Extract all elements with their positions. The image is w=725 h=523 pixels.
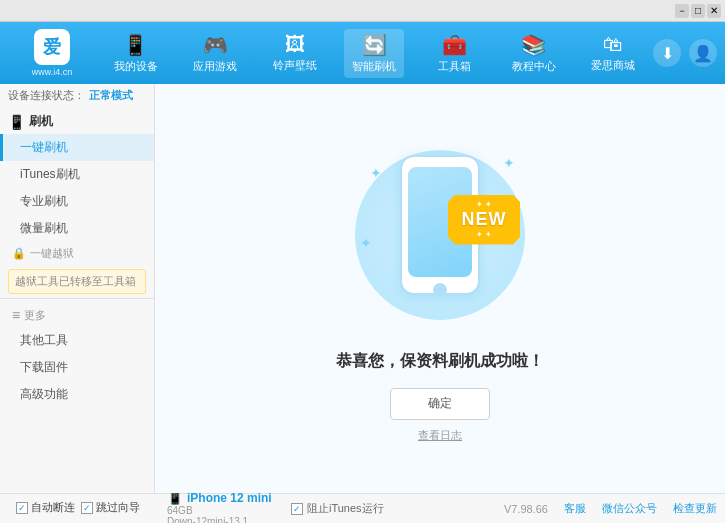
section-jailbreak: 🔒 一键越狱	[0, 242, 154, 265]
section-flash-label: 刷机	[29, 113, 53, 130]
sparkle-1: ✦	[370, 165, 382, 181]
skip-wizard-check[interactable]: ✓	[81, 502, 93, 514]
other-tools-label: 其他工具	[20, 333, 68, 347]
itunes-notice: ✓ 阻止iTunes运行	[291, 501, 496, 516]
nav-toolbox-label: 工具箱	[438, 59, 471, 74]
success-graphic: ✦ ✦ NEW ✦ ✦ ✦ ✦ ✦	[350, 135, 530, 335]
advanced-label: 高级功能	[20, 387, 68, 401]
status-value: 正常模式	[89, 88, 133, 103]
title-bar: － □ ✕	[0, 0, 725, 22]
minimize-button[interactable]: －	[675, 4, 689, 18]
nav-tutorials[interactable]: 📚 教程中心	[504, 29, 564, 78]
sidebar-item-one-key-flash[interactable]: 一键刷机	[0, 134, 154, 161]
sidebar-divider	[0, 298, 154, 299]
nav-my-device-label: 我的设备	[114, 59, 158, 74]
skip-wizard-checkbox[interactable]: ✓ 跳过向导	[81, 500, 140, 515]
user-button[interactable]: 👤	[689, 39, 717, 67]
more-icon: ≡	[12, 307, 20, 323]
wallpaper-icon: 🖼	[285, 33, 305, 56]
nav-apps[interactable]: 🎮 应用游戏	[185, 29, 245, 78]
nav-smart-flash-label: 智能刷机	[352, 59, 396, 74]
logo-area: 爱 www.i4.cn	[8, 29, 96, 77]
bottom-right: V7.98.66 客服 微信公众号 检查更新	[504, 501, 717, 516]
check-update-link[interactable]: 检查更新	[673, 501, 717, 516]
nav-my-device[interactable]: 📱 我的设备	[106, 29, 166, 78]
sidebar: 设备连接状态： 正常模式 📱 刷机 一键刷机 iTunes刷机 专业刷机 微量刷…	[0, 84, 155, 493]
micro-flash-label: 微量刷机	[20, 221, 68, 235]
device-status: 设备连接状态： 正常模式	[0, 84, 154, 109]
sidebar-item-download-firmware[interactable]: 下载固件	[0, 354, 154, 381]
nav-smart-flash[interactable]: 🔄 智能刷机	[344, 29, 404, 78]
main-area: 设备连接状态： 正常模式 📱 刷机 一键刷机 iTunes刷机 专业刷机 微量刷…	[0, 84, 725, 493]
header: 爱 www.i4.cn 📱 我的设备 🎮 应用游戏 🖼 铃声壁纸 🔄 智能刷机 …	[0, 22, 725, 84]
apps-icon: 🎮	[203, 33, 228, 57]
header-right: ⬇ 👤	[653, 39, 717, 67]
itunes-notice-text: 阻止iTunes运行	[307, 501, 384, 516]
customer-service-link[interactable]: 客服	[564, 501, 586, 516]
section-more: ≡ 更多	[0, 303, 154, 327]
bottom-left: ✓ 自动断连 ✓ 跳过向导	[8, 500, 163, 517]
logo-icon: 爱	[34, 29, 70, 65]
toolbox-icon: 🧰	[442, 33, 467, 57]
new-badge: ✦ ✦ NEW ✦ ✦	[448, 195, 520, 245]
device-model: Down-12mini-13,1	[167, 516, 279, 523]
nav-shop-label: 爱思商城	[591, 58, 635, 73]
download-button[interactable]: ⬇	[653, 39, 681, 67]
badge-text: NEW	[462, 209, 507, 230]
back-link[interactable]: 查看日志	[418, 428, 462, 443]
itunes-block-check[interactable]: ✓	[291, 503, 303, 515]
device-info: 📱 iPhone 12 mini 64GB Down-12mini-13,1	[163, 490, 283, 523]
logo-text: www.i4.cn	[32, 67, 73, 77]
wechat-official-link[interactable]: 微信公众号	[602, 501, 657, 516]
success-text: 恭喜您，保资料刷机成功啦！	[336, 351, 544, 372]
content-area: ✦ ✦ NEW ✦ ✦ ✦ ✦ ✦ 恭喜您，保资料刷机成功啦！ 确定 查看日志	[155, 84, 725, 493]
auto-close-check[interactable]: ✓	[16, 502, 28, 514]
lock-icon: 🔒	[12, 247, 26, 260]
jailbreak-warning-box: 越狱工具已转移至工具箱	[8, 269, 146, 294]
sparkle-2: ✦	[503, 155, 515, 171]
sidebar-item-itunes-flash[interactable]: iTunes刷机	[0, 161, 154, 188]
itunes-notice-area: ✓ 阻止iTunes运行	[283, 501, 504, 516]
maximize-button[interactable]: □	[691, 4, 705, 18]
badge-stars-bottom: ✦ ✦	[476, 230, 492, 239]
nav-items: 📱 我的设备 🎮 应用游戏 🖼 铃声壁纸 🔄 智能刷机 🧰 工具箱 📚 教程中心…	[96, 29, 653, 78]
section-flash: 📱 刷机	[0, 109, 154, 134]
smart-flash-icon: 🔄	[362, 33, 387, 57]
sidebar-item-advanced[interactable]: 高级功能	[0, 381, 154, 408]
sidebar-item-micro-flash[interactable]: 微量刷机	[0, 215, 154, 242]
itunes-flash-label: iTunes刷机	[20, 167, 80, 181]
close-button[interactable]: ✕	[707, 4, 721, 18]
nav-wallpaper[interactable]: 🖼 铃声壁纸	[265, 29, 325, 77]
section-jailbreak-label: 一键越狱	[30, 246, 74, 261]
sidebar-item-other-tools[interactable]: 其他工具	[0, 327, 154, 354]
nav-toolbox[interactable]: 🧰 工具箱	[424, 29, 484, 78]
nav-tutorials-label: 教程中心	[512, 59, 556, 74]
sidebar-item-pro-flash[interactable]: 专业刷机	[0, 188, 154, 215]
my-device-icon: 📱	[123, 33, 148, 57]
one-key-flash-label: 一键刷机	[20, 140, 68, 154]
badge-stars-top: ✦ ✦	[476, 200, 492, 209]
phone-home-btn	[433, 283, 447, 295]
auto-close-label: 自动断连	[31, 500, 75, 515]
flash-section-icon: 📱	[8, 114, 25, 130]
shop-icon: 🛍	[603, 33, 623, 56]
nav-shop[interactable]: 🛍 爱思商城	[583, 29, 643, 77]
tutorials-icon: 📚	[521, 33, 546, 57]
nav-wallpaper-label: 铃声壁纸	[273, 58, 317, 73]
nav-apps-label: 应用游戏	[193, 59, 237, 74]
device-storage: 64GB	[167, 505, 279, 516]
download-firmware-label: 下载固件	[20, 360, 68, 374]
pro-flash-label: 专业刷机	[20, 194, 68, 208]
confirm-button[interactable]: 确定	[390, 388, 490, 420]
section-more-label: 更多	[24, 308, 46, 323]
skip-wizard-label: 跳过向导	[96, 500, 140, 515]
status-label: 设备连接状态：	[8, 88, 85, 103]
sparkle-3: ✦	[360, 235, 372, 251]
bottom-bar: ✓ 自动断连 ✓ 跳过向导 📱 iPhone 12 mini 64GB Down…	[0, 493, 725, 523]
warning-text: 越狱工具已转移至工具箱	[15, 275, 136, 287]
auto-close-checkbox[interactable]: ✓ 自动断连	[16, 500, 75, 515]
version-text: V7.98.66	[504, 503, 548, 515]
sidebar-scroll: 设备连接状态： 正常模式 📱 刷机 一键刷机 iTunes刷机 专业刷机 微量刷…	[0, 84, 154, 493]
